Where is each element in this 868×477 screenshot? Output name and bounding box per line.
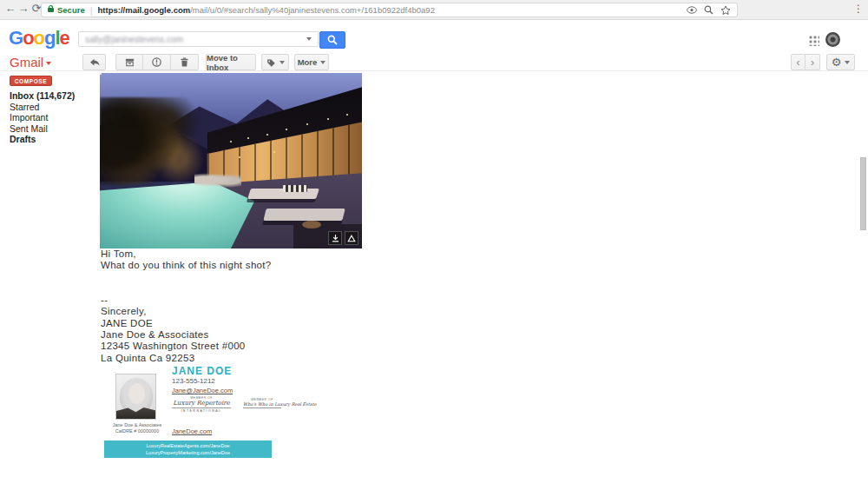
photo-chaise-lounge <box>263 209 345 221</box>
gmail-brand-label: Gmail <box>10 55 43 70</box>
archive-icon <box>124 56 135 68</box>
bookmark-star-icon[interactable] <box>720 5 731 16</box>
message-actions-group <box>115 54 199 70</box>
gmail-toolbar: Gmail Move to Inbox More ‹ › ⚙ <box>0 53 868 71</box>
logo-script-text: Luxury Repertoire <box>172 400 231 407</box>
older-conversation-button[interactable]: › <box>806 54 820 70</box>
url-path: /mail/u/0/#search/sally%40janinestevens.… <box>190 5 435 15</box>
body-line: JANE DOE <box>101 318 465 329</box>
signature-logo-luxury-repertoire: MEMBER OF Luxury Repertoire INTERNATIONA… <box>172 396 231 413</box>
body-line <box>101 283 465 295</box>
sidebar-item-drafts[interactable]: Drafts <box>10 134 36 144</box>
signature-photo-caption: Jane Doe & Associates <box>102 422 172 427</box>
more-caret-icon <box>320 61 326 64</box>
body-line: -- <box>101 295 465 306</box>
signature-logo-luxury-real-estate: MEMBER OF Who's Who in Luxury Real Estat… <box>243 398 281 409</box>
address-divider: | <box>90 5 93 16</box>
signature-banner: LuxuryRealEstateAgents.com/JaneDoe Luxur… <box>104 441 272 458</box>
chevron-left-icon: ‹ <box>797 56 800 69</box>
label-tag-icon <box>266 57 276 68</box>
sidebar-item-inbox[interactable]: Inbox (114,672) <box>10 90 75 101</box>
signature-phone: 123-555-1212 <box>172 377 215 385</box>
sidebar-item-sent-mail[interactable]: Sent Mail <box>10 123 48 134</box>
logo-sub-rule <box>243 407 281 409</box>
labels-button[interactable] <box>261 54 289 70</box>
logo-letter: G <box>9 27 23 49</box>
banner-link-marketing[interactable]: LuxuryPropertyMarketing.com/JaneDoe <box>146 450 230 456</box>
address-bar[interactable]: Secure | https://mail.google.com/mail/u/… <box>41 3 738 17</box>
search-icon <box>327 35 338 45</box>
lock-icon <box>48 8 54 12</box>
apps-grid-icon[interactable] <box>808 35 819 46</box>
body-line: What do you think of this night shot? <box>101 260 465 271</box>
browser-back-icon[interactable]: ← <box>4 2 16 15</box>
gmail-brand-caret-icon <box>46 62 51 65</box>
logo-sub-text: INTERNATIONAL <box>172 407 231 413</box>
settings-button[interactable]: ⚙ <box>826 54 855 70</box>
more-label: More <box>298 57 318 67</box>
body-line: Hi Tom, <box>101 248 465 260</box>
pagination-group: ‹ › <box>791 54 820 70</box>
banner-link-agents[interactable]: LuxuryRealEstateAgents.com/JaneDoe <box>147 443 230 449</box>
report-spam-button[interactable] <box>143 54 171 70</box>
signature-headshot-photo <box>115 374 156 420</box>
email-attachment-photo[interactable] <box>100 73 362 248</box>
logo-letter: o <box>34 27 44 49</box>
spam-icon <box>151 56 162 68</box>
email-body: Hi Tom, What do you think of this night … <box>101 248 465 364</box>
newer-conversation-button[interactable]: ‹ <box>791 54 806 70</box>
drive-icon <box>347 235 356 242</box>
gear-icon: ⚙ <box>832 56 842 68</box>
search-button[interactable] <box>319 31 345 49</box>
browser-menu-icon[interactable]: ⋮ <box>853 3 864 15</box>
signature-email-link[interactable]: Jane@JaneDoe.com <box>172 387 233 394</box>
search-options-caret-icon[interactable] <box>306 37 312 41</box>
body-line: Sincerely, <box>101 306 465 317</box>
body-line: 12345 Washington Street #000 <box>101 341 465 352</box>
body-line: La Quinta Ca 92253 <box>101 353 465 364</box>
labels-caret-icon <box>279 61 285 64</box>
more-button[interactable]: More <box>294 54 329 70</box>
google-header: Google sally@janinestevens.com <box>0 21 868 53</box>
body-line <box>101 272 465 283</box>
archive-button[interactable] <box>115 54 143 70</box>
move-to-inbox-label: Move to Inbox <box>207 53 255 72</box>
return-arrow-icon <box>89 56 100 68</box>
headshot-face <box>128 383 145 404</box>
browser-forward-icon[interactable]: → <box>17 2 30 15</box>
account-avatar[interactable] <box>825 32 840 47</box>
move-to-inbox-button[interactable]: Move to Inbox <box>206 54 256 70</box>
save-to-drive-button[interactable] <box>345 231 358 245</box>
delete-button[interactable] <box>171 54 199 70</box>
browser-toolbar: ← → ⟳ Secure | https://mail.google.com/m… <box>0 0 868 20</box>
search-query-text: sally@janinestevens.com <box>85 35 306 44</box>
photo-house-lights <box>100 73 102 75</box>
signature-name: JANE DOE <box>172 365 232 377</box>
photo-striped-pillow <box>283 185 306 192</box>
mail-search-input[interactable]: sally@janinestevens.com <box>78 31 319 47</box>
download-icon <box>332 235 339 242</box>
sidebar-item-important[interactable]: Important <box>10 112 48 123</box>
signature-license-number: CalDRE # 00000000 <box>102 428 172 434</box>
chevron-right-icon: › <box>811 56 814 69</box>
magnifier-icon[interactable] <box>704 5 713 15</box>
compose-button[interactable]: COMPOSE <box>10 76 52 86</box>
download-attachment-button[interactable] <box>328 231 342 245</box>
signature-website-link[interactable]: JaneDoe.com <box>172 427 212 435</box>
logo-letter: g <box>44 27 55 49</box>
eye-icon[interactable] <box>687 6 697 14</box>
google-logo[interactable]: Google <box>9 27 69 50</box>
back-to-search-button[interactable] <box>82 54 106 70</box>
trash-icon <box>179 56 190 68</box>
gmail-screen: ← → ⟳ Secure | https://mail.google.com/m… <box>0 0 868 477</box>
attachment-hover-actions <box>328 231 358 245</box>
gmail-brand-menu[interactable]: Gmail <box>10 55 51 70</box>
url-text: https://mail.google.com/mail/u/0/#search… <box>98 5 435 15</box>
sidebar-item-starred[interactable]: Starred <box>10 102 39 112</box>
logo-letter: e <box>60 27 69 49</box>
scrollbar-thumb[interactable] <box>860 157 866 230</box>
logo-script-text: Who's Who in Luxury Real Estate <box>243 401 281 407</box>
secure-badge[interactable]: Secure <box>57 5 85 15</box>
logo-letter: o <box>23 27 33 49</box>
photo-side-table <box>302 221 321 229</box>
